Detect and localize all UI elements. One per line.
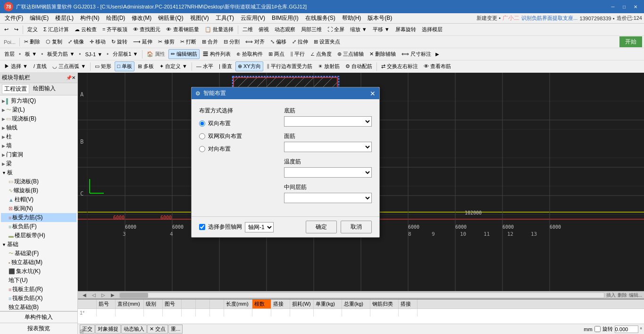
tb-custom[interactable]: ✦ 自定义 ▼ — [157, 61, 190, 71]
edit-bottom-btn[interactable]: 编辑... — [629, 292, 642, 299]
menu-floor[interactable]: 楼层(L) — [52, 13, 76, 23]
sidebar-pin[interactable]: 📌✕ — [66, 75, 75, 80]
menu-tools[interactable]: 工具(T) — [213, 13, 237, 23]
tree-item-beam[interactable]: ▶ 〜 梁(L) — [1, 105, 76, 114]
dialog-close-button[interactable]: ✕ — [370, 90, 376, 97]
tb-trim[interactable]: ✂ 修剪 — [156, 37, 176, 47]
bottom-rebar-select[interactable] — [284, 116, 372, 127]
tb-horizontal[interactable]: — 水平 — [194, 61, 216, 71]
tb-line[interactable]: / 直线 — [31, 61, 49, 71]
nav-project-settings[interactable]: 工程设置 — [2, 84, 29, 94]
tree-item-wall[interactable]: ▶ 墙 — [1, 141, 76, 150]
type-selector[interactable]: 板 ▼ — [23, 49, 39, 59]
status-weight[interactable]: 重... — [168, 325, 183, 334]
tb-xy-dir[interactable]: ⊕ XY方向 — [235, 61, 263, 71]
scroll-thumb[interactable] — [120, 293, 148, 298]
tree-item-beam2[interactable]: ▶ 梁 — [1, 159, 76, 168]
tb-vertical[interactable]: | 垂直 — [217, 61, 234, 71]
tb-single-board[interactable]: □ 单板 — [115, 61, 134, 71]
tb-view-rebar2[interactable]: 👁 查看布筋 — [421, 61, 453, 71]
subtype-selector[interactable]: 板受力筋 ▼ — [45, 49, 77, 59]
canvas-area[interactable]: A B C 6000 6000 6000 1000 4000 6000 6000… — [78, 73, 644, 334]
tree-item-indep-found2[interactable]: 独立基础(B) — [1, 303, 76, 311]
menu-component[interactable]: 构件(N) — [77, 13, 102, 23]
top-rebar-select[interactable] — [284, 142, 372, 152]
tb-mirror[interactable]: ⤢ 镜像 — [66, 37, 86, 47]
tab-point-angle[interactable]: ∠ 点角度 — [308, 49, 334, 59]
tb-rotate2[interactable]: ↻ 旋转 — [109, 37, 130, 47]
radio-bidirectional-input[interactable] — [199, 120, 205, 127]
tb-batch-select[interactable]: 📋 批量选择 — [202, 25, 236, 34]
close-button[interactable]: ✕ — [631, 2, 640, 11]
axis-ref-checkbox[interactable] — [199, 224, 205, 230]
menu-help[interactable]: 帮助(H) — [339, 13, 364, 23]
tb-break[interactable]: ✂ 打断 — [178, 37, 199, 47]
tb-dynamic[interactable]: 动态观察 — [272, 25, 298, 34]
tree-item-foundation[interactable]: ▼ 基础 — [1, 240, 76, 249]
tree-item-indep-found[interactable]: ▪ 独立基础(M) — [1, 258, 76, 267]
scroll-left-btn[interactable]: ◀ — [80, 292, 89, 298]
tree-item-found-beam[interactable]: 〜 基础梁(F) — [1, 249, 76, 258]
tree-item-neg-rebar[interactable]: ≡ 板负筋(F) — [1, 222, 76, 231]
tb-arc[interactable]: ◡ 三点画弧 ▼ — [50, 61, 88, 71]
tb-zoom[interactable]: 缩放 ▼ — [348, 25, 369, 34]
tb-offset[interactable]: ⤡ 偏移 — [268, 37, 289, 47]
tb-auto-config[interactable]: ⚙ 自动配筋 — [343, 61, 375, 71]
tab-parallel[interactable]: ∥ 平行 — [288, 49, 307, 59]
tab-del-axis[interactable]: ✕ 删除辅轴 — [367, 49, 398, 59]
tb-copy[interactable]: ⬡ 复制 — [43, 37, 65, 47]
mid-rebar-select[interactable] — [284, 193, 372, 203]
status-dynamic-input[interactable]: 动态输入 — [121, 325, 147, 334]
menu-bim[interactable]: BIM应用(I) — [269, 13, 301, 23]
horizontal-scrollbar[interactable]: ◀ ◁ ▷ ▶ 插入 删除 编辑... — [78, 291, 644, 299]
delete-bottom-btn[interactable]: 删除 — [618, 292, 627, 299]
tb-undo[interactable]: ↩ — [2, 25, 11, 34]
tb-select[interactable]: ▶ 选择 ▼ — [2, 61, 30, 71]
tb-cloud-check[interactable]: ☁ 云检查 — [72, 25, 99, 34]
tb-stretch[interactable]: ⤢ 拉伸 — [290, 37, 310, 47]
tb-move[interactable]: ✛ 移动 — [87, 37, 108, 47]
tb-rotate[interactable]: 屏幕旋转 — [393, 25, 418, 34]
tb-pan[interactable]: 平移 ▼ — [370, 25, 392, 34]
identify-text[interactable]: 识别负筋界面提取支座... — [521, 15, 577, 22]
tree-item-boardhole[interactable]: ⊠ 板洞(N) — [1, 204, 76, 213]
tree-item-axis[interactable]: ▶ 轴线 — [1, 123, 76, 132]
menu-edit[interactable]: 编辑(E) — [27, 13, 51, 23]
tb-split[interactable]: ⊟ 分割 — [221, 37, 242, 47]
tab-property[interactable]: 🏠 属性 — [144, 49, 167, 59]
insert-btn[interactable]: 插入 — [606, 292, 616, 299]
tree-item-raft-neg[interactable]: ≡ 筏板负筋(X) — [1, 294, 76, 303]
tree-item-castboard[interactable]: ▶ ▭ 现浇板(B) — [1, 114, 76, 123]
menu-cloud[interactable]: 云应用(V) — [238, 13, 268, 23]
tree-item-column[interactable]: ▶ 柱 — [1, 132, 76, 141]
tab-3point-axis[interactable]: ⊛ 三点辅轴 — [335, 49, 366, 59]
tree-item-capital[interactable]: ▲ 柱帽(V) — [1, 195, 76, 204]
tb-select-floor[interactable]: 选择模层 — [419, 25, 445, 34]
tree-item-slab[interactable]: ▼ 板 — [1, 168, 76, 177]
menu-view[interactable]: 视图(V) — [187, 13, 212, 23]
tb-rect[interactable]: ▭ 矩形 — [92, 61, 114, 71]
menu-draw[interactable]: 绘图(D) — [103, 13, 128, 23]
tab-component-list[interactable]: ☰ 构件列表 — [201, 49, 233, 59]
tree-item-underground[interactable]: 地下(U) — [1, 276, 76, 285]
radio-opposite[interactable]: 对向布置 — [199, 145, 275, 153]
maximize-button[interactable]: □ — [619, 2, 629, 11]
temp-rebar-select[interactable] — [284, 167, 372, 178]
report-preview-btn[interactable]: 报表预览 — [0, 323, 77, 334]
axis-select[interactable]: 轴网-1 — [245, 222, 274, 232]
tb-level[interactable]: = 齐平板顶 — [100, 25, 130, 34]
scroll-fwd-btn[interactable]: ▷ — [99, 292, 108, 298]
menu-version[interactable]: 版本号(B) — [365, 13, 395, 23]
tb-define[interactable]: 定义 — [25, 25, 40, 34]
single-component-btn[interactable]: 单构件输入 — [0, 311, 77, 323]
tree-item-opening[interactable]: ▶ 门窗洞 — [1, 150, 76, 159]
rotate-checkbox[interactable] — [594, 326, 601, 332]
tree-item-floor-band[interactable]: ▬ 楼层板带(H) — [1, 231, 76, 240]
new-change[interactable]: 新建变更 • — [477, 15, 501, 22]
menu-rebar-qty[interactable]: 钢筋量(Q) — [155, 13, 186, 23]
tab-dimension[interactable]: ⟺ 尺寸标注 — [399, 49, 434, 59]
scroll-track[interactable] — [119, 292, 604, 298]
tb-find-element[interactable]: 👁 查找图元 — [131, 25, 163, 34]
floor-selector[interactable]: 首层 — [2, 49, 17, 59]
rotate-value-input[interactable] — [615, 325, 638, 333]
